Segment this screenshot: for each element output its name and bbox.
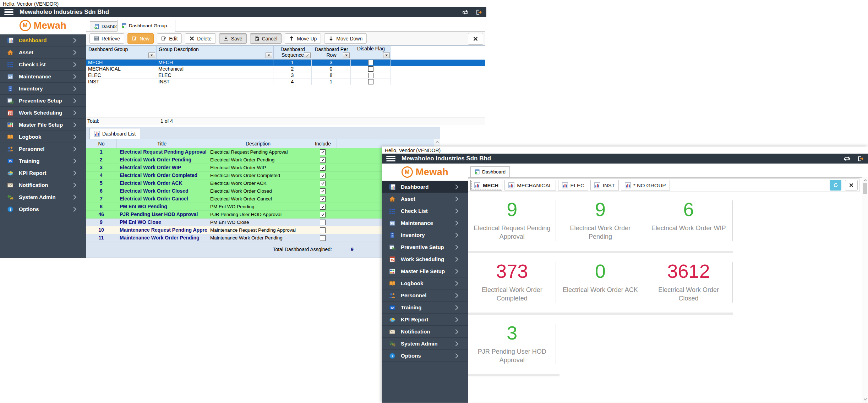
card-electrical-work-order-completed[interactable]: 373 Electrical Work Order Completed bbox=[468, 256, 556, 313]
group-tab-mechanical[interactable]: MECHANICAL bbox=[504, 180, 556, 191]
sidebar-item-personnel[interactable]: Personnel bbox=[0, 143, 86, 155]
sidebar-item-options[interactable]: i Options bbox=[0, 203, 86, 215]
sidebar-item-master-file-setup[interactable]: Master File Setup bbox=[0, 119, 86, 131]
sidebar-item-maintenance[interactable]: Maintenance bbox=[382, 217, 468, 229]
scroll-down-arrow[interactable] bbox=[862, 396, 868, 402]
filter-dropdown-button[interactable] bbox=[148, 53, 155, 58]
delete-button[interactable]: Delete bbox=[185, 33, 215, 44]
disable-flag-checkbox[interactable] bbox=[368, 73, 373, 78]
sidebar-item-logbook[interactable]: Logbook bbox=[0, 131, 86, 143]
filter-dropdown-button[interactable] bbox=[266, 53, 272, 58]
filter-dropdown-button[interactable] bbox=[383, 53, 390, 58]
close-dashboard-button[interactable] bbox=[845, 180, 858, 191]
include-checkbox[interactable] bbox=[320, 181, 326, 186]
filter-dropdown-button[interactable] bbox=[343, 53, 350, 58]
card-electrical-work-order-closed[interactable]: 3612 Electrical Work Order Closed bbox=[644, 256, 733, 313]
tab-dashboard-group[interactable]: Dashboard Group... bbox=[117, 20, 175, 32]
column-header-dashboard-group[interactable]: Dashboard Group bbox=[86, 46, 157, 60]
column-header-dashboard-sequence[interactable]: Dashboard Sequence bbox=[274, 46, 312, 60]
sidebar-item-preventive-setup[interactable]: Preventive Setup bbox=[382, 241, 468, 253]
table-row[interactable]: ELEC ELEC 3 8 bbox=[86, 72, 485, 79]
table-row[interactable]: MECH MECH 1 3 bbox=[86, 60, 485, 66]
vertical-scrollbar[interactable] bbox=[862, 177, 868, 403]
include-checkbox[interactable] bbox=[320, 235, 326, 241]
sidebar-item-inventory[interactable]: Inventory bbox=[382, 229, 468, 241]
include-checkbox[interactable] bbox=[320, 188, 326, 194]
scrollbar-thumb[interactable] bbox=[863, 183, 867, 194]
sidebar-item-system-admin[interactable]: System Admin bbox=[0, 191, 86, 203]
sidebar-item-kpi-report[interactable]: KPI Report bbox=[382, 314, 468, 326]
column-header-title[interactable]: Title bbox=[117, 139, 207, 148]
sidebar-item-maintenance[interactable]: Maintenance bbox=[0, 71, 86, 83]
card-electrical-work-order-ack[interactable]: 0 Electrical Work Order ACK bbox=[556, 256, 645, 313]
group-tab-inst[interactable]: INST bbox=[590, 180, 619, 191]
disable-flag-checkbox[interactable] bbox=[368, 60, 373, 65]
group-tab-no-group[interactable]: * NO GROUP bbox=[621, 180, 670, 191]
card-electrical-work-order-wip[interactable]: 6 Electrical Work Order WIP bbox=[644, 194, 733, 251]
filter-edit-button[interactable] bbox=[304, 53, 311, 58]
sidebar-item-master-file-setup[interactable]: Master File Setup bbox=[382, 265, 468, 277]
sidebar-item-work-scheduling[interactable]: 15 Work Scheduling bbox=[382, 253, 468, 265]
sidebar-item-kpi-report[interactable]: KPI Report bbox=[0, 167, 86, 179]
sync-icon[interactable] bbox=[843, 156, 851, 162]
sidebar-item-notification[interactable]: Notification bbox=[382, 326, 468, 338]
sidebar-item-asset[interactable]: Asset bbox=[382, 193, 468, 205]
sidebar-item-work-scheduling[interactable]: 15 Work Scheduling bbox=[0, 107, 86, 119]
edit-button[interactable]: Edit bbox=[157, 33, 182, 44]
close-tab-button[interactable] bbox=[468, 33, 483, 45]
include-checkbox[interactable] bbox=[320, 204, 326, 210]
sync-icon[interactable] bbox=[461, 9, 470, 15]
include-checkbox[interactable] bbox=[320, 196, 326, 202]
column-header-no[interactable]: No bbox=[86, 139, 117, 148]
column-header-group-description[interactable]: Group Description bbox=[157, 46, 274, 60]
move-up-button[interactable]: Move Up bbox=[285, 33, 321, 44]
sidebar-item-dashboard[interactable]: Dashboard bbox=[382, 181, 468, 193]
cancel-button[interactable]: Cancel bbox=[250, 33, 282, 44]
include-checkbox[interactable] bbox=[320, 173, 326, 178]
card-electrical-request-pending-approval[interactable]: 9 Electrical Request Pending Approval bbox=[468, 194, 556, 251]
sidebar-item-inventory[interactable]: Inventory bbox=[0, 83, 86, 95]
include-checkbox[interactable] bbox=[320, 157, 326, 163]
sidebar-item-preventive-setup[interactable]: Preventive Setup bbox=[0, 95, 86, 107]
include-checkbox[interactable] bbox=[320, 212, 326, 217]
new-button[interactable]: New bbox=[127, 33, 154, 44]
group-tab-elec[interactable]: ELEC bbox=[558, 180, 588, 191]
table-row[interactable]: INST INST 4 1 bbox=[86, 79, 485, 85]
sidebar-item-notification[interactable]: Notification bbox=[0, 179, 86, 191]
include-checkbox[interactable] bbox=[320, 227, 326, 233]
sidebar-item-training[interactable]: ID Training bbox=[382, 302, 468, 314]
card-pjr-pending-user-hod-approval[interactable]: 3 PJR Pending User HOD Approval bbox=[468, 318, 556, 374]
move-down-button[interactable]: Move Down bbox=[324, 33, 367, 44]
retrieve-button[interactable]: Retrieve bbox=[89, 33, 124, 44]
sidebar-item-training[interactable]: ID Training bbox=[0, 155, 86, 167]
sidebar-item-options[interactable]: i Options bbox=[382, 350, 468, 362]
table-row[interactable]: MECHANICAL Mechanical 2 0 bbox=[86, 66, 485, 72]
disable-flag-checkbox[interactable] bbox=[368, 79, 373, 84]
disable-flag-checkbox[interactable] bbox=[368, 66, 373, 72]
column-header-include[interactable]: Include bbox=[309, 139, 337, 148]
include-checkbox[interactable] bbox=[320, 165, 326, 171]
scroll-up-arrow[interactable] bbox=[862, 177, 868, 183]
logout-icon[interactable] bbox=[475, 9, 483, 15]
card-electrical-work-order-pending[interactable]: 9 Electrical Work Order Pending bbox=[556, 194, 645, 251]
include-checkbox[interactable] bbox=[320, 220, 326, 225]
scroll-up-arrow[interactable] bbox=[434, 139, 440, 145]
sidebar-item-logbook[interactable]: Logbook bbox=[382, 277, 468, 289]
column-header-description[interactable]: Description bbox=[207, 139, 309, 148]
include-checkbox[interactable] bbox=[320, 149, 326, 155]
logout-icon[interactable] bbox=[856, 156, 865, 162]
hamburger-menu-icon[interactable] bbox=[386, 156, 395, 161]
column-header-dashboard-per-row[interactable]: Dashboard Per Row bbox=[312, 46, 351, 60]
sidebar-item-system-admin[interactable]: System Admin bbox=[382, 338, 468, 350]
save-button[interactable]: Save bbox=[219, 33, 247, 44]
refresh-button[interactable] bbox=[830, 180, 841, 191]
hamburger-menu-icon[interactable] bbox=[4, 9, 13, 15]
sidebar-item-personnel[interactable]: Personnel bbox=[382, 289, 468, 302]
sidebar-item-check-list[interactable]: Check List bbox=[0, 59, 86, 71]
sidebar-item-dashboard[interactable]: Dashboard bbox=[0, 34, 86, 46]
sidebar-item-check-list[interactable]: Check List bbox=[382, 205, 468, 217]
tab-dashboard-list[interactable]: Dashboard List bbox=[89, 128, 140, 139]
group-tab-mech[interactable]: MECH bbox=[470, 180, 502, 191]
column-header-disable-flag[interactable]: Disable Flag bbox=[351, 46, 391, 60]
tab-dashboard[interactable]: Dashboard bbox=[470, 166, 510, 177]
